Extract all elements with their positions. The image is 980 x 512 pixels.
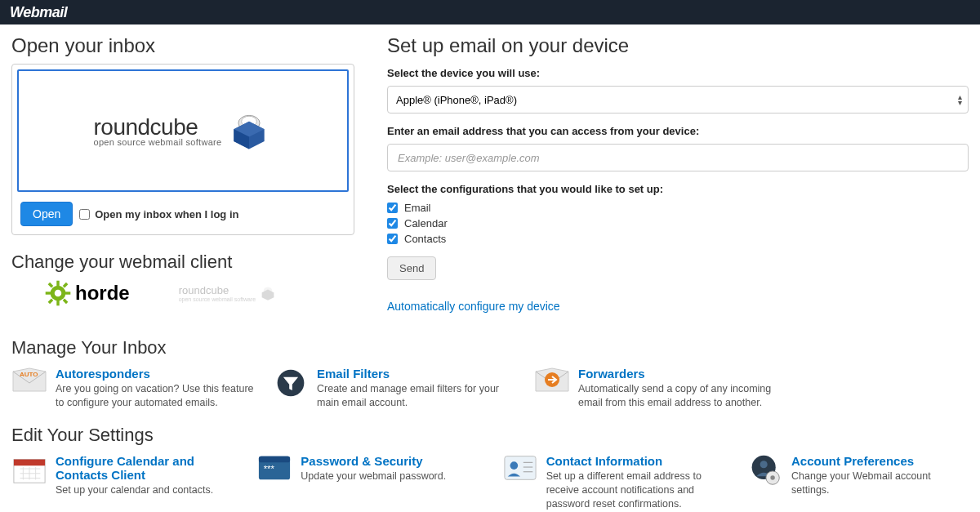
setup-title: Set up email on your device — [387, 34, 969, 57]
cfg-email-row[interactable]: Email — [387, 202, 969, 214]
horde-gear-icon — [44, 279, 72, 307]
edit-settings-title: Edit Your Settings — [11, 425, 969, 446]
device-select[interactable]: Apple® (iPhone®, iPad®) — [387, 86, 969, 114]
autoresponders-link[interactable]: Autoresponders — [56, 367, 256, 381]
svg-rect-9 — [48, 299, 54, 305]
calendar-icon — [11, 454, 47, 485]
forwarders-icon — [534, 367, 570, 398]
svg-point-11 — [55, 290, 62, 297]
cfg-contacts-row[interactable]: Contacts — [387, 233, 969, 245]
open-inbox-title: Open your inbox — [11, 34, 354, 57]
horde-label: horde — [75, 282, 130, 305]
account-pref-desc: Change your Webmail account settings. — [791, 470, 969, 497]
email-filters-desc: Create and manage email filters for your… — [317, 382, 518, 410]
password-desc: Update your webmail password. — [301, 470, 446, 483]
email-filters-link[interactable]: Email Filters — [317, 367, 518, 381]
cfg-email-checkbox[interactable] — [387, 203, 398, 213]
client-tile-roundcube[interactable]: roundcube open source webmail software — [17, 69, 349, 192]
svg-point-28 — [510, 461, 518, 470]
svg-rect-3 — [56, 281, 59, 287]
password-link[interactable]: Password & Security — [301, 454, 446, 468]
roundcube-icon — [226, 108, 272, 154]
account-pref-link[interactable]: Account Preferences — [791, 454, 969, 468]
client-box: roundcube open source webmail software O… — [11, 64, 354, 235]
client-horde[interactable]: horde — [44, 279, 130, 307]
config-label: Select the configurations that you would… — [387, 183, 969, 195]
svg-rect-8 — [63, 283, 69, 288]
open-button[interactable]: Open — [20, 202, 73, 226]
cfg-calendar-row[interactable]: Calendar — [387, 217, 969, 229]
rc-small-tag: open source webmail software — [179, 296, 256, 302]
forwarders-link[interactable]: Forwarders — [578, 367, 779, 381]
svg-rect-10 — [63, 299, 69, 305]
change-client-title: Change your webmail client — [11, 252, 354, 273]
client-tagline: open source webmail software — [94, 137, 222, 147]
email-label: Enter an email address that you can acce… — [387, 125, 969, 137]
email-input[interactable] — [387, 144, 969, 171]
cfg-contacts-checkbox[interactable] — [387, 234, 398, 244]
svg-text:AUTO: AUTO — [20, 371, 38, 378]
autoresponders-desc: Are you going on vacation? Use this feat… — [56, 382, 256, 410]
forwarders-desc: Automatically send a copy of any incomin… — [578, 382, 779, 410]
cfg-calendar-checkbox[interactable] — [387, 218, 398, 229]
open-on-login-row[interactable]: Open my inbox when I log in — [79, 208, 238, 220]
account-pref-icon — [747, 454, 783, 485]
svg-rect-6 — [65, 292, 71, 294]
roundcube-small-icon — [259, 284, 277, 302]
svg-rect-25 — [259, 456, 290, 462]
auto-configure-link[interactable]: Automatically configure my device — [387, 300, 560, 313]
device-label: Select the device you will use: — [387, 67, 969, 79]
contact-info-icon — [502, 454, 538, 485]
email-filters-icon — [273, 367, 309, 398]
manage-inbox-title: Manage Your Inbox — [11, 337, 969, 358]
password-icon: *** — [256, 454, 292, 485]
send-button[interactable]: Send — [387, 256, 436, 280]
svg-rect-17 — [14, 459, 45, 465]
calendar-link[interactable]: Configure Calendar and Contacts Client — [56, 454, 240, 482]
open-on-login-checkbox[interactable] — [79, 209, 90, 220]
contact-info-link[interactable]: Contact Information — [546, 454, 731, 468]
client-roundcube-small[interactable]: roundcube open source webmail software — [179, 284, 278, 302]
brand-logo: Webmail — [10, 4, 67, 21]
rc-small-name: roundcube — [179, 284, 256, 296]
open-on-login-label: Open my inbox when I log in — [95, 208, 238, 220]
autoresponders-icon: AUTO — [11, 367, 47, 398]
svg-point-33 — [760, 461, 768, 468]
svg-rect-5 — [46, 292, 51, 294]
svg-point-35 — [770, 475, 774, 479]
calendar-desc: Set up your calendar and contacts. — [56, 483, 240, 497]
top-bar: Webmail — [0, 0, 980, 24]
contact-info-desc: Set up a different email address to rece… — [546, 470, 731, 511]
svg-rect-7 — [48, 283, 54, 288]
svg-text:***: *** — [264, 464, 275, 474]
svg-rect-4 — [56, 301, 59, 306]
